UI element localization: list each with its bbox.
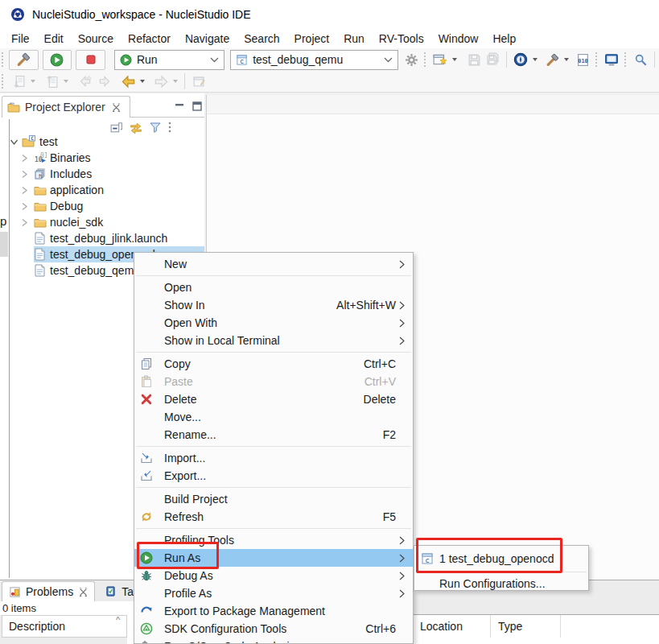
toolbar-grip <box>624 52 628 67</box>
new-editor-button[interactable] <box>190 72 208 91</box>
close-icon[interactable] <box>79 588 88 597</box>
previous-annotation-dropdown[interactable] <box>64 80 68 83</box>
menu-item-run-configurations[interactable]: Run Configurations... <box>414 575 588 592</box>
previous-annotation-button[interactable] <box>43 72 60 91</box>
toolbar-grip <box>595 52 599 67</box>
tree-item-nuclei-sdk[interactable]: nuclei_sdk <box>0 214 204 230</box>
column-header-description[interactable]: Description <box>2 615 127 638</box>
menu-item-delete[interactable]: DeleteDelete <box>134 390 413 408</box>
menu-rv-tools[interactable]: RV-Tools <box>372 30 431 47</box>
console-button[interactable] <box>603 50 620 69</box>
build-button[interactable] <box>9 50 39 70</box>
menu-item-show-in[interactable]: Show InAlt+Shift+W <box>134 296 413 314</box>
back-button[interactable] <box>119 72 137 91</box>
tree-item-test[interactable]: Ctest <box>0 134 204 150</box>
view-menu-icon[interactable] <box>167 121 172 134</box>
problems-icon <box>9 586 21 598</box>
menu-run[interactable]: Run <box>336 30 372 47</box>
chevron-right-icon[interactable] <box>21 182 28 198</box>
chevron-down-icon[interactable] <box>384 57 393 63</box>
debug-config-dropdown[interactable] <box>533 58 537 61</box>
debug-config-button[interactable] <box>512 50 529 69</box>
chevron-down-icon[interactable] <box>10 134 19 150</box>
tree-item-application[interactable]: application <box>0 182 204 198</box>
tree-item-includes[interactable]: hIncludes <box>0 166 204 182</box>
menu-item-open-with[interactable]: Open With <box>134 314 413 332</box>
run-mode-combo[interactable]: Run <box>114 50 224 70</box>
menu-file[interactable]: File <box>4 30 37 47</box>
chevron-down-icon[interactable] <box>210 57 219 63</box>
menu-item-sdk-configuration-tools[interactable]: SDK Configuration ToolsCtrl+6 <box>134 620 413 638</box>
tree-item-test-debug-jlink-launch[interactable]: test_debug_jlink.launch <box>0 230 204 246</box>
menu-item-new[interactable]: New <box>134 255 413 273</box>
submenu-arrow-placeholder <box>399 494 406 504</box>
tree-item-debug[interactable]: Debug <box>0 198 204 214</box>
tree-item-binaries[interactable]: 1001Binaries <box>0 150 204 166</box>
menu-item-move[interactable]: Move... <box>134 408 413 426</box>
menu-navigate[interactable]: Navigate <box>178 30 237 47</box>
menu-project[interactable]: Project <box>287 30 337 47</box>
menu-item-profile-as[interactable]: Profile As <box>134 584 413 602</box>
column-header-type[interactable]: Type <box>491 615 561 638</box>
filter-icon[interactable] <box>149 121 162 134</box>
sdk-icon <box>140 622 153 635</box>
menu-item-export[interactable]: Export... <box>134 467 413 485</box>
forward-edit-button[interactable] <box>96 72 113 91</box>
launch-settings-button[interactable] <box>403 50 420 69</box>
binary-tools-button[interactable]: 010 <box>575 50 591 69</box>
menu-item-export-to-package-management[interactable]: Export to Package Management <box>134 602 413 620</box>
back-dropdown[interactable] <box>140 80 145 83</box>
menu-separator <box>134 444 413 449</box>
link-with-editor-icon[interactable] <box>129 121 143 134</box>
chevron-right-icon[interactable] <box>21 198 28 214</box>
launch-config-combo[interactable]: c test_debug_qemu <box>230 50 398 70</box>
save-button[interactable] <box>466 50 483 69</box>
tab-project-explorer[interactable]: Project Explorer <box>2 96 130 118</box>
close-icon[interactable] <box>112 103 121 112</box>
stop-icon <box>84 53 97 66</box>
menu-separator <box>134 485 413 490</box>
maximize-icon[interactable] <box>192 101 202 111</box>
save-all-button[interactable] <box>484 50 501 69</box>
menu-edit[interactable]: Edit <box>37 30 71 47</box>
menu-item-copy[interactable]: CopyCtrl+C <box>134 355 413 373</box>
tree-item-label: Binaries <box>50 150 91 166</box>
menu-item-paste[interactable]: PasteCtrl+V <box>134 373 413 390</box>
menu-item-show-in-local-terminal[interactable]: Show in Local Terminal <box>134 332 413 349</box>
build-dropdown[interactable] <box>564 58 569 61</box>
chevron-right-icon[interactable] <box>21 150 28 166</box>
menu-item-debug-as[interactable]: Debug As <box>134 567 413 584</box>
menu-search[interactable]: Search <box>237 30 286 47</box>
column-header-location[interactable]: Location <box>413 615 491 638</box>
build-small-button[interactable] <box>544 50 561 69</box>
menu-window[interactable]: Window <box>431 30 486 47</box>
run-button[interactable] <box>43 50 72 70</box>
new-wizard-button[interactable] <box>432 50 449 69</box>
menu-refactor[interactable]: Refactor <box>121 30 178 47</box>
next-annotation-button[interactable] <box>10 72 27 91</box>
menu-item-import[interactable]: Import... <box>134 449 413 467</box>
new-wizard-icon <box>433 52 447 67</box>
stop-button[interactable] <box>76 50 105 70</box>
forward-button[interactable] <box>152 72 170 91</box>
previous-annotation-icon <box>45 75 59 89</box>
menu-item-open[interactable]: Open <box>134 279 413 296</box>
menu-item-run-c-c-code-analysis[interactable]: Run C/C++ Code Analysis <box>134 638 413 644</box>
collapse-all-icon[interactable] <box>109 121 123 134</box>
menu-item-build-project[interactable]: Build Project <box>134 490 413 508</box>
menu-item-rename[interactable]: Rename...F2 <box>134 426 413 444</box>
last-edit-location-button[interactable] <box>76 72 94 91</box>
forward-dropdown[interactable] <box>173 80 178 83</box>
submenu-arrow-placeholder <box>399 412 406 422</box>
submenu-arrow-placeholder <box>399 283 406 292</box>
tab-problems[interactable]: Problems <box>2 581 95 601</box>
menu-help[interactable]: Help <box>485 30 523 47</box>
next-annotation-dropdown[interactable] <box>31 80 35 83</box>
new-wizard-dropdown[interactable] <box>452 58 457 61</box>
chevron-right-icon[interactable] <box>21 214 28 230</box>
chevron-right-icon[interactable] <box>21 166 28 182</box>
minimize-icon[interactable] <box>175 103 185 111</box>
search-button[interactable] <box>632 50 649 69</box>
menu-item-refresh[interactable]: RefreshF5 <box>134 508 413 526</box>
menu-source[interactable]: Source <box>71 30 121 47</box>
